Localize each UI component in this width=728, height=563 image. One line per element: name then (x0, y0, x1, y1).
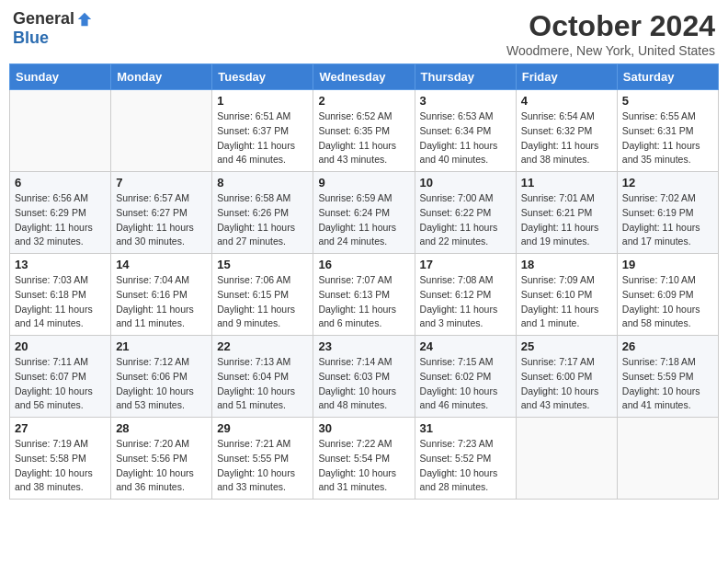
month-title: October 2024 (506, 9, 715, 43)
calendar-cell: 3Sunrise: 6:53 AM Sunset: 6:34 PM Daylig… (415, 90, 516, 172)
calendar-week-row: 13Sunrise: 7:03 AM Sunset: 6:18 PM Dayli… (10, 254, 719, 336)
day-detail: Sunrise: 6:56 AM Sunset: 6:29 PM Dayligh… (15, 191, 106, 249)
calendar-cell: 31Sunrise: 7:23 AM Sunset: 5:52 PM Dayli… (415, 418, 516, 500)
calendar-cell: 25Sunrise: 7:17 AM Sunset: 6:00 PM Dayli… (516, 336, 617, 418)
day-number: 28 (116, 421, 207, 435)
day-detail: Sunrise: 7:13 AM Sunset: 6:04 PM Dayligh… (217, 355, 308, 413)
day-of-week-header: Tuesday (212, 64, 313, 90)
day-number: 30 (318, 421, 409, 435)
calendar-table: SundayMondayTuesdayWednesdayThursdayFrid… (9, 63, 719, 500)
calendar-week-row: 20Sunrise: 7:11 AM Sunset: 6:07 PM Dayli… (10, 336, 719, 418)
day-of-week-header: Thursday (415, 64, 516, 90)
day-number: 5 (622, 94, 713, 108)
calendar-cell: 8Sunrise: 6:58 AM Sunset: 6:26 PM Daylig… (212, 172, 313, 254)
title-block: October 2024 Woodmere, New York, United … (506, 9, 715, 58)
day-detail: Sunrise: 7:07 AM Sunset: 6:13 PM Dayligh… (318, 273, 409, 331)
day-detail: Sunrise: 7:04 AM Sunset: 6:16 PM Dayligh… (116, 273, 207, 331)
day-number: 25 (521, 339, 612, 353)
day-number: 27 (15, 421, 106, 435)
calendar-cell: 17Sunrise: 7:08 AM Sunset: 6:12 PM Dayli… (415, 254, 516, 336)
day-number: 10 (420, 176, 511, 190)
page-header: General Blue October 2024 Woodmere, New … (9, 9, 719, 58)
day-detail: Sunrise: 6:55 AM Sunset: 6:31 PM Dayligh… (622, 109, 713, 167)
day-number: 7 (116, 176, 207, 190)
day-number: 24 (420, 339, 511, 353)
day-number: 23 (318, 339, 409, 353)
calendar-cell: 10Sunrise: 7:00 AM Sunset: 6:22 PM Dayli… (415, 172, 516, 254)
day-detail: Sunrise: 7:11 AM Sunset: 6:07 PM Dayligh… (15, 355, 106, 413)
location: Woodmere, New York, United States (506, 43, 715, 58)
svg-marker-0 (78, 12, 91, 25)
calendar-cell: 5Sunrise: 6:55 AM Sunset: 6:31 PM Daylig… (617, 90, 718, 172)
calendar-cell: 21Sunrise: 7:12 AM Sunset: 6:06 PM Dayli… (111, 336, 212, 418)
calendar-cell (10, 90, 111, 172)
day-detail: Sunrise: 6:58 AM Sunset: 6:26 PM Dayligh… (217, 191, 308, 249)
calendar-cell: 30Sunrise: 7:22 AM Sunset: 5:54 PM Dayli… (313, 418, 415, 500)
calendar-cell: 23Sunrise: 7:14 AM Sunset: 6:03 PM Dayli… (313, 336, 415, 418)
day-detail: Sunrise: 7:01 AM Sunset: 6:21 PM Dayligh… (521, 191, 612, 249)
calendar-cell: 16Sunrise: 7:07 AM Sunset: 6:13 PM Dayli… (313, 254, 415, 336)
calendar-cell: 20Sunrise: 7:11 AM Sunset: 6:07 PM Dayli… (10, 336, 111, 418)
day-detail: Sunrise: 7:20 AM Sunset: 5:56 PM Dayligh… (116, 437, 207, 495)
calendar-cell: 1Sunrise: 6:51 AM Sunset: 6:37 PM Daylig… (212, 90, 313, 172)
calendar-cell: 4Sunrise: 6:54 AM Sunset: 6:32 PM Daylig… (516, 90, 617, 172)
day-number: 12 (622, 176, 713, 190)
day-detail: Sunrise: 7:15 AM Sunset: 6:02 PM Dayligh… (420, 355, 511, 413)
day-number: 15 (217, 258, 308, 271)
day-detail: Sunrise: 6:53 AM Sunset: 6:34 PM Dayligh… (420, 109, 511, 167)
day-detail: Sunrise: 6:51 AM Sunset: 6:37 PM Dayligh… (217, 109, 308, 167)
day-detail: Sunrise: 7:00 AM Sunset: 6:22 PM Dayligh… (420, 191, 511, 249)
day-number: 11 (521, 176, 612, 190)
day-number: 16 (318, 258, 409, 271)
day-number: 26 (622, 339, 713, 353)
day-of-week-header: Sunday (10, 64, 111, 90)
calendar-cell: 7Sunrise: 6:57 AM Sunset: 6:27 PM Daylig… (111, 172, 212, 254)
calendar-cell: 6Sunrise: 6:56 AM Sunset: 6:29 PM Daylig… (10, 172, 111, 254)
day-number: 3 (420, 94, 511, 108)
day-number: 21 (116, 339, 207, 353)
day-number: 31 (420, 421, 511, 435)
day-number: 18 (521, 258, 612, 271)
day-number: 22 (217, 339, 308, 353)
calendar-week-row: 1Sunrise: 6:51 AM Sunset: 6:37 PM Daylig… (10, 90, 719, 172)
calendar-cell: 28Sunrise: 7:20 AM Sunset: 5:56 PM Dayli… (111, 418, 212, 500)
day-number: 8 (217, 176, 308, 190)
logo: General Blue (13, 9, 93, 48)
day-detail: Sunrise: 7:23 AM Sunset: 5:52 PM Dayligh… (420, 437, 511, 495)
calendar-cell: 13Sunrise: 7:03 AM Sunset: 6:18 PM Dayli… (10, 254, 111, 336)
calendar-cell: 12Sunrise: 7:02 AM Sunset: 6:19 PM Dayli… (617, 172, 718, 254)
day-detail: Sunrise: 6:57 AM Sunset: 6:27 PM Dayligh… (116, 191, 207, 249)
day-detail: Sunrise: 7:14 AM Sunset: 6:03 PM Dayligh… (318, 355, 409, 413)
calendar-cell (516, 418, 617, 500)
day-number: 13 (15, 258, 106, 271)
day-detail: Sunrise: 7:21 AM Sunset: 5:55 PM Dayligh… (217, 437, 308, 495)
day-detail: Sunrise: 7:08 AM Sunset: 6:12 PM Dayligh… (420, 273, 511, 331)
day-detail: Sunrise: 7:12 AM Sunset: 6:06 PM Dayligh… (116, 355, 207, 413)
day-detail: Sunrise: 7:10 AM Sunset: 6:09 PM Dayligh… (622, 273, 713, 331)
calendar-cell: 18Sunrise: 7:09 AM Sunset: 6:10 PM Dayli… (516, 254, 617, 336)
day-number: 2 (318, 94, 409, 108)
day-detail: Sunrise: 7:06 AM Sunset: 6:15 PM Dayligh… (217, 273, 308, 331)
day-number: 20 (15, 339, 106, 353)
day-number: 4 (521, 94, 612, 108)
calendar-cell (111, 90, 212, 172)
logo-blue-text: Blue (13, 29, 49, 48)
day-number: 1 (217, 94, 308, 108)
day-detail: Sunrise: 7:22 AM Sunset: 5:54 PM Dayligh… (318, 437, 409, 495)
day-number: 29 (217, 421, 308, 435)
day-detail: Sunrise: 7:03 AM Sunset: 6:18 PM Dayligh… (15, 273, 106, 331)
calendar-cell: 24Sunrise: 7:15 AM Sunset: 6:02 PM Dayli… (415, 336, 516, 418)
calendar-week-row: 27Sunrise: 7:19 AM Sunset: 5:58 PM Dayli… (10, 418, 719, 500)
day-number: 6 (15, 176, 106, 190)
day-detail: Sunrise: 7:02 AM Sunset: 6:19 PM Dayligh… (622, 191, 713, 249)
day-detail: Sunrise: 7:09 AM Sunset: 6:10 PM Dayligh… (521, 273, 612, 331)
day-detail: Sunrise: 6:59 AM Sunset: 6:24 PM Dayligh… (318, 191, 409, 249)
calendar-cell: 29Sunrise: 7:21 AM Sunset: 5:55 PM Dayli… (212, 418, 313, 500)
calendar-cell: 14Sunrise: 7:04 AM Sunset: 6:16 PM Dayli… (111, 254, 212, 336)
calendar-cell: 27Sunrise: 7:19 AM Sunset: 5:58 PM Dayli… (10, 418, 111, 500)
calendar-cell (617, 418, 718, 500)
calendar-cell: 11Sunrise: 7:01 AM Sunset: 6:21 PM Dayli… (516, 172, 617, 254)
calendar-cell: 15Sunrise: 7:06 AM Sunset: 6:15 PM Dayli… (212, 254, 313, 336)
day-of-week-header: Monday (111, 64, 212, 90)
day-detail: Sunrise: 6:54 AM Sunset: 6:32 PM Dayligh… (521, 109, 612, 167)
